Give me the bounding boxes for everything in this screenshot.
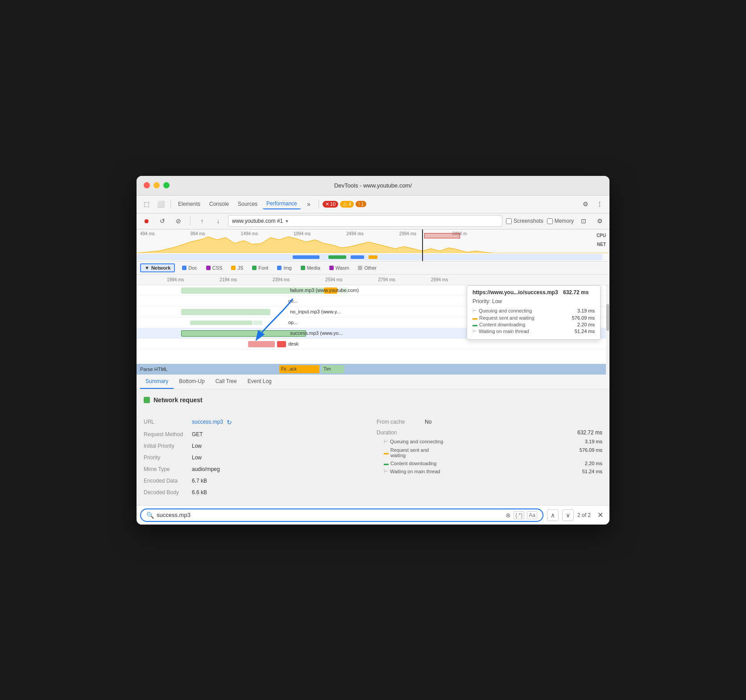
highlight-region[interactable] <box>424 233 460 238</box>
capture-settings-icon[interactable]: ⚙ <box>593 215 606 227</box>
clear-button[interactable]: ⊘ <box>172 215 185 227</box>
net-bar-4 <box>369 255 377 259</box>
timing-dash-icon-3: ⊢ <box>472 329 477 334</box>
tooltip-time: 632.72 ms <box>563 289 589 296</box>
decoded-label: Decoded Body <box>144 489 188 496</box>
filter-img[interactable]: Img <box>275 264 293 271</box>
encoded-value: 6.7 kB <box>192 478 207 484</box>
css-dot <box>206 266 211 270</box>
settings-icon[interactable]: ⚙ <box>579 198 592 210</box>
req-bar-success <box>181 330 306 337</box>
clear-profile-icon[interactable]: ⊡ <box>577 215 590 227</box>
download-button[interactable]: ↓ <box>212 215 224 227</box>
tooltip-priority: Priority: Low <box>472 298 595 304</box>
screenshots-checkbox[interactable] <box>506 218 512 224</box>
filter-media-label: Media <box>307 265 320 271</box>
sep3 <box>190 217 191 225</box>
encoded-label: Encoded Data <box>144 478 188 484</box>
tab-call-tree[interactable]: Call Tree <box>210 375 242 389</box>
rt-label-2: ▬ Content downloading <box>384 461 436 466</box>
error-count: 10 <box>330 201 336 207</box>
regex-icon[interactable]: (.*) <box>514 511 524 519</box>
filter-other[interactable]: Other <box>356 264 378 271</box>
recording-bar: ⏺ ↺ ⊘ ↑ ↓ www.youtube.com #1 ▼ Screensho… <box>137 213 609 229</box>
profile-selector[interactable]: www.youtube.com #1 ▼ <box>228 215 502 227</box>
upload-button[interactable]: ↑ <box>196 215 208 227</box>
track-row-5[interactable]: desk <box>137 339 609 350</box>
section-title: Network request <box>144 396 602 404</box>
detail-decoded: Decoded Body 6.6 kB <box>144 489 369 496</box>
more-options-icon[interactable]: ⋮ <box>593 198 606 210</box>
req-bar-noinput <box>181 309 270 315</box>
tab-elements[interactable]: Elements <box>174 199 204 209</box>
detail-mime: Mime Type audio/mpeg <box>144 466 369 472</box>
rt-val-1: 576.09 ms <box>580 447 602 458</box>
search-next-button[interactable]: ∨ <box>562 509 574 521</box>
error-x-icon: ✕ <box>325 201 329 207</box>
minimize-button[interactable] <box>153 182 160 188</box>
refresh-icon[interactable]: ↻ <box>227 419 232 426</box>
req-bar-desk-red2 <box>277 341 286 347</box>
filter-font[interactable]: Font <box>250 264 270 271</box>
device-icon[interactable]: ⬜ <box>154 198 167 210</box>
search-prev-button[interactable]: ∧ <box>547 509 559 521</box>
filter-doc[interactable]: Doc <box>180 264 199 271</box>
flame-bar-tim: Tim <box>322 365 344 373</box>
priority-value: Low <box>192 454 202 461</box>
separator-2 <box>319 200 319 208</box>
tab-event-log[interactable]: Event Log <box>242 375 277 389</box>
mime-label: Mime Type <box>144 466 188 472</box>
track-label-1: ge... <box>288 298 298 304</box>
close-button[interactable] <box>144 182 150 188</box>
rt-square-icon-1: ▬ <box>384 450 389 455</box>
clear-search-icon[interactable]: ⊗ <box>506 512 511 519</box>
tab-sources[interactable]: Sources <box>234 199 261 209</box>
screenshots-checkbox-label[interactable]: Screenshots <box>506 218 543 224</box>
triangle-icon: ▼ <box>145 265 149 271</box>
case-sensitive-icon[interactable]: Aa <box>527 511 537 519</box>
track-label-3: op... <box>288 320 298 325</box>
mime-value: audio/mpeg <box>192 466 220 472</box>
parse-html-bar: Parse HTML Fir...ack Tim <box>137 364 609 375</box>
scrollbar-thumb[interactable] <box>606 304 609 331</box>
wasm-dot <box>329 266 334 270</box>
close-search-button[interactable]: ✕ <box>594 509 606 521</box>
img-dot <box>277 266 282 270</box>
title-bar: DevTools - www.youtube.com/ <box>137 176 609 196</box>
search-input[interactable] <box>157 512 503 518</box>
network-filter-bar: ▼ Network Doc CSS JS Font Img Media <box>137 262 609 275</box>
filter-wasm[interactable]: Wasm <box>327 264 351 271</box>
tab-console[interactable]: Console <box>206 199 232 209</box>
memory-checkbox-label[interactable]: Memory <box>547 218 574 224</box>
vertical-scrollbar[interactable] <box>606 285 609 375</box>
media-dot <box>301 266 305 270</box>
main-toolbar: ⬚ ⬜ Elements Console Sources Performance… <box>137 196 609 213</box>
net-bar-1 <box>293 255 319 259</box>
filter-css[interactable]: CSS <box>204 264 224 271</box>
net-overview <box>137 254 602 260</box>
url-text: www.youtube.com #1 <box>232 218 283 224</box>
filter-media[interactable]: Media <box>299 264 322 271</box>
tab-performance[interactable]: Performance <box>263 199 301 209</box>
cursor-icon[interactable]: ⬚ <box>140 198 153 210</box>
reload-button[interactable]: ↺ <box>156 215 169 227</box>
tab-bottom-up[interactable]: Bottom-Up <box>174 375 210 389</box>
network-toggle[interactable]: ▼ Network <box>140 263 175 272</box>
track-label-0: failure.mp3 (www.youtube.com) <box>288 288 361 293</box>
tooltip-timing-2: ▬ Content downloading 2.20 ms <box>472 322 595 327</box>
rt-dash-icon-0: ⊢ <box>384 439 388 445</box>
rt-val-3: 51.24 ms <box>582 469 602 475</box>
maximize-button[interactable] <box>163 182 170 188</box>
warning-badge: ⚠ 4 <box>340 201 354 208</box>
memory-checkbox[interactable] <box>547 218 553 224</box>
tab-summary[interactable]: Summary <box>140 375 174 389</box>
tooltip-timing-label-2: ▬ Content downloading <box>472 322 525 327</box>
right-timing-0: ⊢ Queuing and connecting 3.19 ms <box>377 439 602 445</box>
record-button[interactable]: ⏺ <box>140 215 153 227</box>
more-tabs-icon[interactable]: » <box>303 198 315 210</box>
net-bar-3 <box>351 255 364 259</box>
url-value[interactable]: success.mp3 <box>192 419 223 426</box>
rt-val-2: 2.20 ms <box>585 461 602 466</box>
filter-js[interactable]: JS <box>229 264 245 271</box>
ruler-2: 2394 ms <box>273 277 290 282</box>
